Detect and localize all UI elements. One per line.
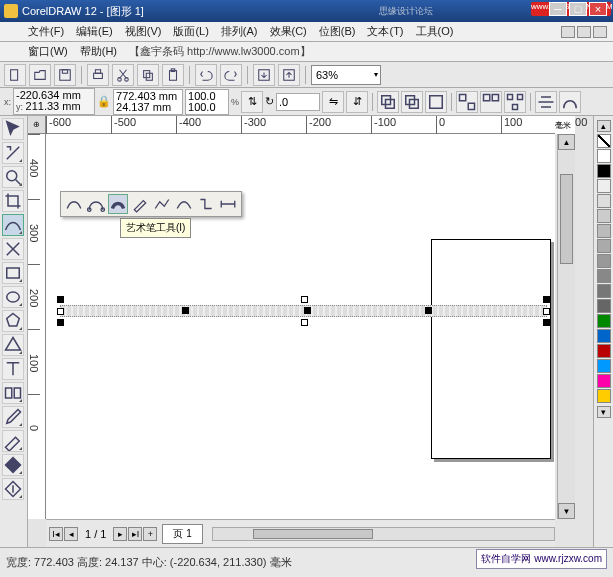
text-tool[interactable] [2,358,24,380]
selected-object[interactable] [60,299,547,323]
sy-value[interactable]: 100.0 [188,102,226,113]
menu-window[interactable]: 窗口(W) [28,44,68,59]
three-point-curve-flyout-item[interactable] [174,194,194,214]
dimension-flyout-item[interactable] [218,194,238,214]
vscroll-up-button[interactable]: ▲ [558,134,575,150]
no-fill-swatch[interactable] [597,134,611,148]
vscroll-down-button[interactable]: ▼ [558,503,575,519]
w-value[interactable]: 772.403 mm [116,91,180,102]
mdi-minimize-button[interactable] [561,26,575,38]
color-swatch[interactable] [597,209,611,223]
eyedropper-tool[interactable] [2,406,24,428]
to-front-button[interactable] [377,91,399,113]
outline-tool[interactable] [2,430,24,452]
node-3[interactable] [425,307,432,314]
menu-layout[interactable]: 版面(L) [173,24,208,39]
color-swatch[interactable] [597,344,611,358]
export-button[interactable] [278,64,300,86]
lock-ratio-button[interactable]: ⇅ [241,91,263,113]
pen-flyout-item[interactable] [130,194,150,214]
mirror-h-button[interactable]: ⇋ [322,91,344,113]
color-swatch[interactable] [597,389,611,403]
close-button[interactable]: × [589,2,607,16]
polyline-flyout-item[interactable] [152,194,172,214]
last-page-button[interactable]: ▸I [128,527,142,541]
save-button[interactable] [54,64,76,86]
freehand-flyout-item[interactable] [64,194,84,214]
mdi-restore-button[interactable] [577,26,591,38]
color-swatch[interactable] [597,329,611,343]
drawing-canvas[interactable]: 艺术笔工具(I) [46,134,555,519]
horizontal-ruler[interactable]: -600-500-400-300-200-1000100200 [46,116,555,134]
menu-text[interactable]: 文本(T) [367,24,403,39]
rectangle-tool[interactable] [2,262,24,284]
node-2[interactable] [304,307,311,314]
group-button[interactable] [456,91,478,113]
freehand-tool[interactable] [2,214,24,236]
zoom-tool[interactable] [2,166,24,188]
handle-bm[interactable] [301,319,308,326]
redo-button[interactable] [220,64,242,86]
hscroll-thumb[interactable] [253,529,373,539]
undo-button[interactable] [195,64,217,86]
ellipse-tool[interactable] [2,286,24,308]
import-button[interactable] [253,64,275,86]
copy-button[interactable] [137,64,159,86]
menu-bitmap[interactable]: 位图(B) [319,24,356,39]
handle-mr[interactable] [543,308,550,315]
menu-view[interactable]: 视图(V) [125,24,162,39]
shape-tool[interactable] [2,142,24,164]
paste-button[interactable] [162,64,184,86]
polygon-tool[interactable] [2,310,24,332]
blend-tool[interactable] [2,382,24,404]
handle-bl[interactable] [57,319,64,326]
menu-edit[interactable]: 编辑(E) [76,24,113,39]
vscroll-thumb[interactable] [560,174,573,264]
rotation-field[interactable]: .0 [276,93,320,111]
menu-effects[interactable]: 效果(C) [270,24,307,39]
color-swatch[interactable] [597,224,611,238]
color-swatch[interactable] [597,179,611,193]
prev-page-button[interactable]: ◂ [64,527,78,541]
minimize-button[interactable]: ─ [549,2,567,16]
menu-file[interactable]: 文件(F) [28,24,64,39]
y-value[interactable]: 211.33 mm [26,100,81,112]
menu-arrange[interactable]: 排列(A) [221,24,258,39]
wrap-button[interactable] [425,91,447,113]
color-swatch[interactable] [597,269,611,283]
maximize-button[interactable]: □ [569,2,587,16]
crop-tool[interactable] [2,190,24,212]
handle-tl[interactable] [57,296,64,303]
color-swatch[interactable] [597,164,611,178]
vertical-scrollbar[interactable]: ▲ ▼ [557,134,575,519]
artistic-media-flyout-item[interactable] [108,194,128,214]
bezier-flyout-item[interactable] [86,194,106,214]
ruler-origin[interactable]: ⊕ [28,116,46,134]
vertical-ruler[interactable]: 4003002001000 [28,134,46,519]
zoom-select[interactable]: 63% [311,65,381,85]
color-swatch[interactable] [597,239,611,253]
cut-button[interactable] [112,64,134,86]
mdi-close-button[interactable] [593,26,607,38]
h-value[interactable]: 24.137 mm [116,102,180,113]
color-swatch[interactable] [597,254,611,268]
handle-br[interactable] [543,319,550,326]
ungroup-all-button[interactable] [504,91,526,113]
color-swatch[interactable] [597,284,611,298]
handle-tr[interactable] [543,296,550,303]
align-button[interactable] [535,91,557,113]
convert-curves-button[interactable] [559,91,581,113]
color-swatch[interactable] [597,314,611,328]
open-button[interactable] [29,64,51,86]
palette-down-button[interactable]: ▾ [597,406,611,418]
color-swatch[interactable] [597,359,611,373]
smart-draw-tool[interactable] [2,238,24,260]
to-back-button[interactable] [401,91,423,113]
print-button[interactable] [87,64,109,86]
page-tab[interactable]: 页 1 [162,524,202,544]
ungroup-button[interactable] [480,91,502,113]
handle-ml[interactable] [57,308,64,315]
handle-tm[interactable] [301,296,308,303]
next-page-button[interactable]: ▸ [113,527,127,541]
color-swatch[interactable] [597,374,611,388]
